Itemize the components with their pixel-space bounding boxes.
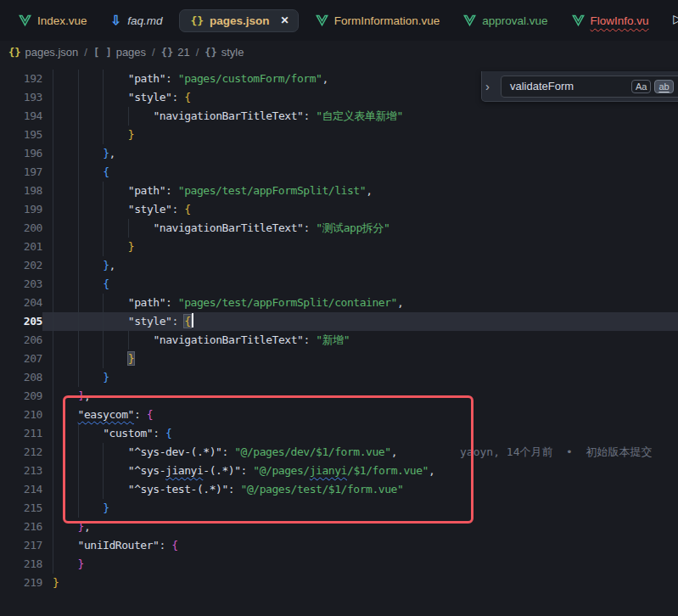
breadcrumb-label: 21 (177, 46, 189, 59)
code-line[interactable]: 215} (0, 499, 678, 518)
breadcrumb-item-style[interactable]: {} style (205, 46, 244, 59)
indent-guide (53, 219, 78, 238)
indent-guide (53, 350, 78, 368)
code-token: "style" (128, 91, 172, 104)
indent-guide (78, 443, 104, 462)
indent-guide (53, 406, 78, 424)
line-number: 214 (0, 480, 42, 499)
code-line[interactable]: 199"style": { (0, 200, 678, 219)
code-line[interactable]: 200"navigationBarTitleText": "测试app拆分" (0, 219, 678, 238)
find-expand-chevron-icon[interactable]: › (485, 79, 496, 93)
code-line-content: "navigationBarTitleText": "自定义表单新增" (42, 107, 678, 126)
code-token: : (160, 539, 172, 552)
code-line[interactable]: 208} (0, 368, 678, 387)
tab-faq-md[interactable]: ⇩ faq.md (99, 0, 175, 41)
tab-bar: Index.vue ⇩ faq.md {} pages.json ✕ FormI… (0, 0, 678, 41)
code-token: "path" (128, 184, 165, 197)
vue-logo-icon (19, 14, 31, 26)
close-icon[interactable]: ✕ (281, 14, 289, 26)
code-line[interactable]: 214"^sys-test-(.*)": "@/pages/test/$1/fo… (0, 480, 678, 499)
code-line[interactable]: 213"^sys-jianyi-(.*)": "@/pages/jianyi/$… (0, 462, 678, 480)
indent-guide (103, 443, 128, 462)
code-token: { (184, 91, 190, 104)
indent-guide (103, 312, 128, 331)
code-line[interactable]: 218} (0, 555, 678, 574)
tab-flowinfo-vue[interactable]: FlowInfo.vu (560, 0, 661, 41)
line-number: 196 (0, 144, 42, 163)
indent-guide (103, 480, 128, 499)
indent-guide (103, 350, 128, 368)
code-line[interactable]: 201} (0, 238, 678, 256)
code-area[interactable]: 192"path": "pages/customForm/form",193"s… (0, 64, 678, 592)
code-line[interactable]: 197{ (0, 163, 678, 182)
code-token: "^sys-dev-(.*)" (128, 445, 222, 458)
breadcrumb-item-file[interactable]: {} pages.json (8, 46, 78, 59)
line-number: 200 (0, 219, 42, 238)
indent-guide (103, 294, 128, 312)
code-line-content: "navigationBarTitleText": "新增" (42, 331, 678, 350)
indent-guide (78, 88, 104, 107)
line-number: 211 (0, 424, 42, 443)
code-line[interactable]: 204"path": "pages/test/appFormSplit/cont… (0, 294, 678, 312)
code-line[interactable]: 196}, (0, 144, 678, 163)
code-token: "navigationBarTitleText" (153, 333, 303, 346)
indent-guide (53, 88, 78, 107)
object-symbol-icon: {} (161, 47, 173, 59)
match-case-button[interactable]: Aa (631, 80, 651, 93)
code-line[interactable]: 203{ (0, 275, 678, 294)
find-input[interactable]: validateForm Aa ab .* (501, 76, 678, 98)
code-line[interactable]: 216}, (0, 518, 678, 536)
tab-forminformation-vue[interactable]: FormInformation.vue (304, 0, 452, 41)
code-line[interactable]: 207} (0, 350, 678, 368)
code-line-content: "^sys-dev-(.*)": "@/pages/dev/$1/form.vu… (42, 443, 678, 462)
code-line-content: } (42, 555, 678, 574)
code-line-content: "path": "pages/test/appFormSplit/contain… (42, 294, 678, 312)
find-input-value[interactable]: validateForm (510, 80, 628, 92)
tab-label: FormInformation.vue (334, 14, 440, 27)
code-token: "@/pages/dev/$1/form.vue" (234, 445, 390, 458)
line-number: 205 (0, 312, 42, 331)
indent-guide (78, 294, 104, 312)
code-token: "path" (128, 296, 165, 309)
code-token: } (103, 501, 109, 514)
tab-overflow-chevron-icon[interactable]: ▷ (673, 12, 678, 25)
indent-guide (78, 331, 104, 350)
indent-guide (128, 107, 154, 126)
indent-guide (78, 275, 104, 294)
code-line[interactable]: 195} (0, 126, 678, 144)
code-line[interactable]: 219} (0, 574, 678, 592)
breadcrumb-item-21[interactable]: {} 21 (161, 46, 190, 59)
line-number: 202 (0, 256, 42, 275)
indent-guide (78, 182, 104, 200)
code-line[interactable]: 210"easycom": { (0, 406, 678, 424)
breadcrumb-item-pages[interactable]: [ ] pages (93, 46, 146, 59)
indent-guide (103, 70, 128, 88)
code-line[interactable]: 205"style": { (0, 312, 678, 331)
indent-guide (53, 256, 78, 275)
indent-guide (78, 312, 104, 331)
code-token: "pages/test/appFormSplit/list" (178, 184, 366, 197)
code-line[interactable]: 212"^sys-dev-(.*)": "@/pages/dev/$1/form… (0, 443, 678, 462)
code-line[interactable]: 211"custom": { (0, 424, 678, 443)
code-line[interactable]: 209], (0, 387, 678, 406)
whole-word-button[interactable]: ab (654, 80, 673, 93)
tab-approval-vue[interactable]: approval.vue (451, 0, 559, 41)
code-line[interactable]: 217"uniIdRouter": { (0, 536, 678, 555)
code-token: } (78, 557, 84, 570)
code-line-content: }, (42, 144, 678, 163)
indent-guide (103, 126, 128, 144)
code-line[interactable]: 194"navigationBarTitleText": "自定义表单新增" (0, 107, 678, 126)
code-line-content: "custom": { (42, 424, 678, 443)
indent-guide (78, 462, 104, 480)
indent-guide (53, 312, 78, 331)
code-token: "^sys-test-(.*)" (128, 483, 228, 496)
tab-pages-json[interactable]: {} pages.json ✕ (179, 9, 298, 32)
code-line[interactable]: 198"path": "pages/test/appFormSplit/list… (0, 182, 678, 200)
code-line[interactable]: 202}, (0, 256, 678, 275)
indent-guide (53, 499, 78, 518)
indent-guide (53, 200, 78, 219)
tab-index-vue[interactable]: Index.vue (7, 0, 99, 41)
indent-guide (103, 462, 128, 480)
code-line[interactable]: 206"navigationBarTitleText": "新增" (0, 331, 678, 350)
code-token: /$1/form.vue" (347, 464, 429, 477)
